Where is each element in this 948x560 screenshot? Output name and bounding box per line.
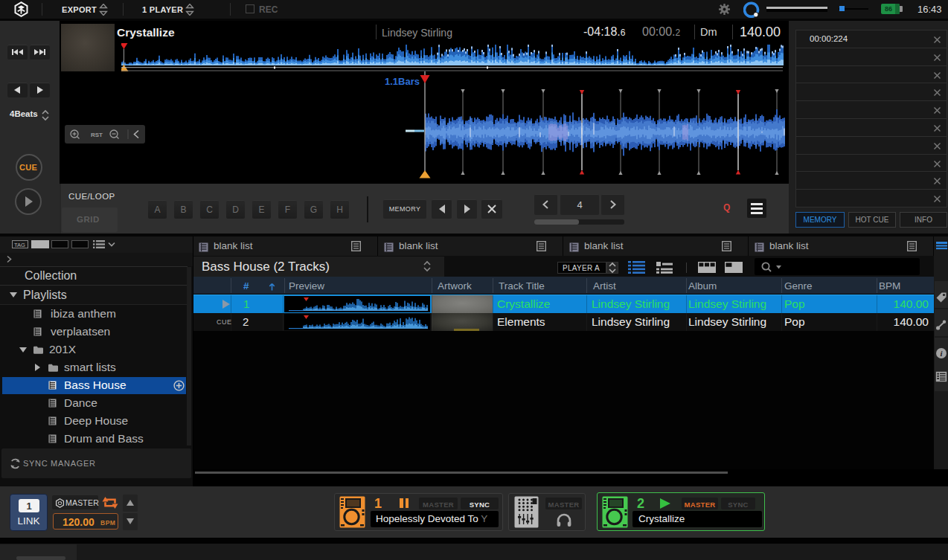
svg-text:RST: RST (91, 132, 103, 138)
